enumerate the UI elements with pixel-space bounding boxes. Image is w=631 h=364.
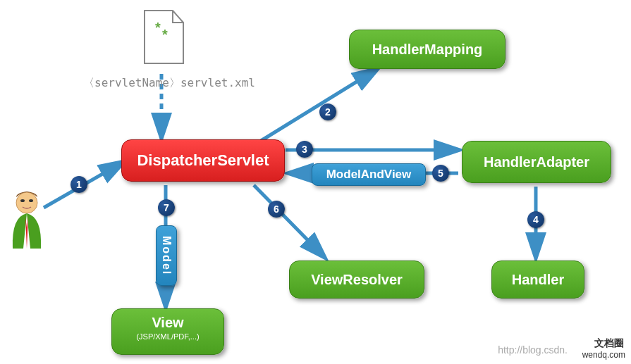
source-url: http://blog.csdn.	[498, 344, 568, 356]
svg-line-2	[261, 69, 377, 141]
svg-line-6	[254, 185, 324, 257]
watermark-cn: 文档圈	[594, 337, 624, 350]
view-box: View (JSP/XML/PDF,...)	[111, 308, 224, 355]
step-1: 1	[71, 176, 87, 193]
view-resolver-box: ViewResolver	[289, 261, 424, 299]
step-5: 5	[432, 165, 449, 182]
view-title: View	[112, 315, 223, 331]
dispatcher-servlet-box: DispatcherServlet	[121, 139, 285, 182]
view-subtitle: (JSP/XML/PDF,...)	[112, 332, 223, 341]
handler-mapping-box: HandlerMapping	[349, 30, 506, 69]
user-icon	[6, 189, 48, 256]
svg-text:*: *	[155, 20, 161, 35]
handler-box: Handler	[491, 261, 584, 299]
step-7: 7	[158, 199, 175, 216]
step-3: 3	[296, 141, 313, 158]
xml-file-icon: * *	[137, 7, 190, 70]
svg-text:*: *	[162, 27, 168, 42]
step-6: 6	[268, 201, 285, 218]
svg-point-11	[20, 199, 25, 202]
watermark-domain: wendq.com	[582, 350, 625, 360]
handler-adapter-box: HandlerAdapter	[462, 141, 611, 183]
svg-point-12	[29, 199, 33, 202]
model-and-view-label: ModelAndView	[312, 163, 426, 186]
step-2: 2	[319, 103, 336, 120]
svg-point-10	[16, 192, 37, 213]
model-label: Model	[156, 225, 177, 286]
config-file-label: 〈servletName〉servlet.xml	[83, 76, 255, 91]
step-4: 4	[527, 211, 544, 228]
